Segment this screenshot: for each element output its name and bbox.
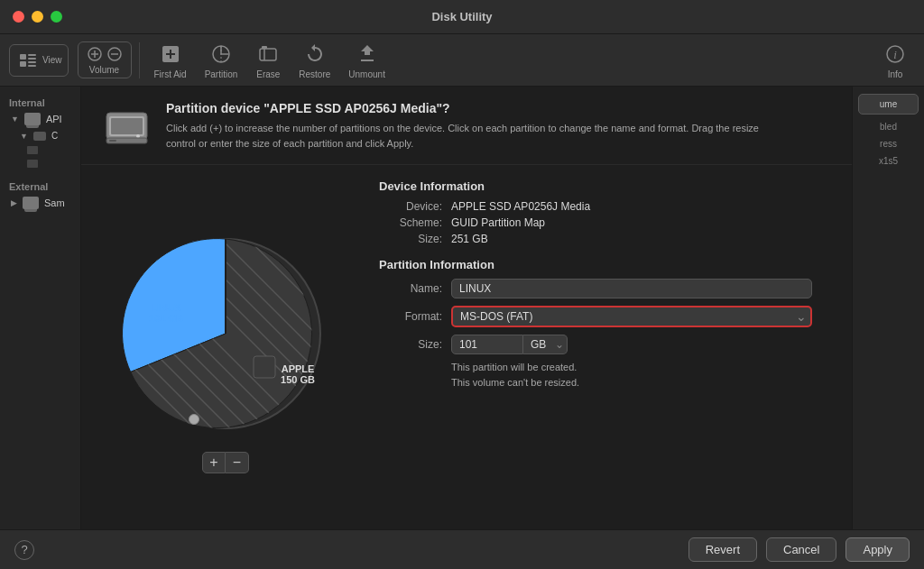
drive-image	[99, 101, 153, 155]
sidebar-item-external[interactable]: ▶ Sam	[4, 194, 77, 212]
info-label: Info	[888, 69, 903, 79]
volume-add-icon	[86, 45, 104, 63]
scheme-value: GUID Partition Map	[451, 216, 545, 229]
size-unit-select[interactable]: GB MB TB	[523, 335, 568, 354]
action-buttons: Revert Cancel Apply	[688, 537, 910, 562]
volume-label: Volume	[89, 65, 119, 75]
svg-rect-23	[109, 140, 116, 142]
partition-buttons: + −	[202, 452, 249, 473]
external-disk-label: Sam	[44, 197, 65, 208]
name-input[interactable]	[451, 279, 812, 298]
device-row: Device: APPLE SSD AP0256J Media	[379, 200, 834, 213]
device-value: APPLE SSD AP0256J Media	[451, 200, 590, 213]
sidebar-item-sub1[interactable]: ▼ C	[4, 128, 77, 143]
name-field-label: Name:	[379, 282, 442, 295]
partition-label: Partition	[205, 69, 238, 79]
close-button[interactable]	[13, 11, 24, 23]
view-toggle[interactable]: View	[9, 44, 69, 77]
erase-button[interactable]: Erase	[248, 38, 288, 83]
size-note-line1: This partition will be created.	[451, 360, 834, 375]
remove-partition-button[interactable]: −	[226, 452, 249, 473]
view-icon	[15, 48, 41, 73]
view-label: View	[42, 55, 62, 65]
svg-rect-5	[28, 65, 36, 67]
add-partition-button[interactable]: +	[202, 452, 226, 473]
external-disk-icon	[23, 197, 39, 209]
first-aid-icon	[158, 41, 183, 67]
partition-icon-small	[33, 132, 46, 141]
format-select[interactable]: MS-DOS (FAT) APFS Mac OS Extended (Journ…	[451, 306, 812, 327]
external-section-label: External	[0, 178, 80, 194]
size-note-line2: This volume can't be resized.	[451, 375, 834, 390]
size-label: Size:	[379, 233, 442, 245]
svg-rect-1	[28, 54, 36, 56]
size-input[interactable]	[451, 335, 523, 354]
volume-remove-icon	[106, 45, 124, 63]
resize-handle[interactable]	[189, 414, 199, 425]
svg-rect-44	[254, 356, 275, 378]
restore-button[interactable]: Restore	[291, 38, 337, 83]
size-row: Size: 251 GB	[379, 233, 834, 245]
window-controls	[13, 11, 62, 23]
right-panel-text1: bled	[858, 122, 919, 132]
size-note: This partition will be created. This vol…	[451, 360, 834, 390]
maximize-button[interactable]	[51, 11, 62, 23]
svg-rect-20	[111, 118, 143, 134]
revert-button[interactable]: Revert	[688, 537, 757, 562]
volume-icon-small	[27, 146, 38, 154]
header-text: Partition device "APPLE SSD AP0256J Medi…	[166, 101, 780, 151]
device-info-title: Device Information	[379, 179, 834, 193]
unmount-button[interactable]: Unmount	[341, 38, 393, 83]
partition-header: Partition device "APPLE SSD AP0256J Medi…	[81, 87, 852, 165]
toolbar-separator-1	[139, 42, 140, 78]
chevron-down-icon: ▼	[11, 115, 19, 124]
restore-icon	[302, 41, 328, 67]
content-panel: Partition device "APPLE SSD AP0256J Medi…	[81, 87, 852, 529]
svg-rect-15	[262, 46, 267, 49]
svg-rect-3	[20, 61, 26, 67]
chevron-right-icon: ▼	[20, 132, 28, 141]
svg-rect-0	[20, 54, 26, 60]
device-info-group: Device Information Device: APPLE SSD AP0…	[379, 179, 834, 245]
middle-section: LINUX 101 GB APPLE 150 GB + −	[81, 165, 852, 529]
size-value: 251 GB	[451, 233, 488, 245]
sub-disk-label: C	[51, 131, 58, 141]
format-field-label: Format:	[379, 310, 442, 323]
info-button[interactable]: i Info	[875, 38, 915, 83]
main-content: Internal ▼ API ▼ C External ▶ Sam	[0, 87, 924, 529]
info-section: Device Information Device: APPLE SSD AP0…	[361, 174, 852, 520]
volume-icon-small2	[27, 160, 38, 168]
right-panel-text3: x1s5	[858, 156, 919, 166]
size-field-label: Size:	[379, 338, 442, 351]
svg-rect-2	[28, 58, 36, 60]
partition-title: Partition device "APPLE SSD AP0256J Medi…	[166, 101, 780, 115]
sidebar-item-internal[interactable]: ▼ API	[4, 110, 77, 128]
window-title: Disk Utility	[431, 10, 492, 23]
size-field-row: Size: GB MB TB ⌄	[379, 335, 834, 354]
toolbar: View Volume First Aid Partition Erase	[0, 34, 924, 87]
svg-rect-4	[28, 61, 36, 63]
sidebar: Internal ▼ API ▼ C External ▶ Sam	[0, 87, 81, 529]
sidebar-item-sub3[interactable]	[4, 157, 77, 170]
name-field-row: Name:	[379, 279, 834, 298]
info-icon: i	[882, 41, 908, 67]
restore-label: Restore	[299, 69, 330, 79]
minimize-button[interactable]	[32, 11, 43, 23]
erase-label: Erase	[256, 69, 280, 79]
partition-button[interactable]: Partition	[198, 38, 245, 83]
bottom-bar: ? Revert Cancel Apply	[0, 529, 924, 569]
sidebar-item-sub2[interactable]	[4, 143, 77, 157]
pie-area: LINUX 101 GB APPLE 150 GB + −	[81, 174, 361, 520]
first-aid-button[interactable]: First Aid	[147, 38, 194, 83]
partition-icon	[208, 41, 234, 67]
volume-group[interactable]: Volume	[78, 41, 132, 78]
volumes-button[interactable]: ume	[858, 94, 919, 115]
help-button[interactable]: ?	[14, 540, 34, 560]
partition-description: Click add (+) to increase the number of …	[166, 121, 780, 151]
cancel-button[interactable]: Cancel	[766, 537, 836, 562]
device-label: Device:	[379, 200, 442, 213]
apply-button[interactable]: Apply	[845, 537, 910, 562]
svg-point-21	[136, 134, 140, 138]
unmount-icon	[355, 41, 380, 67]
format-select-wrapper: MS-DOS (FAT) APFS Mac OS Extended (Journ…	[451, 306, 812, 327]
